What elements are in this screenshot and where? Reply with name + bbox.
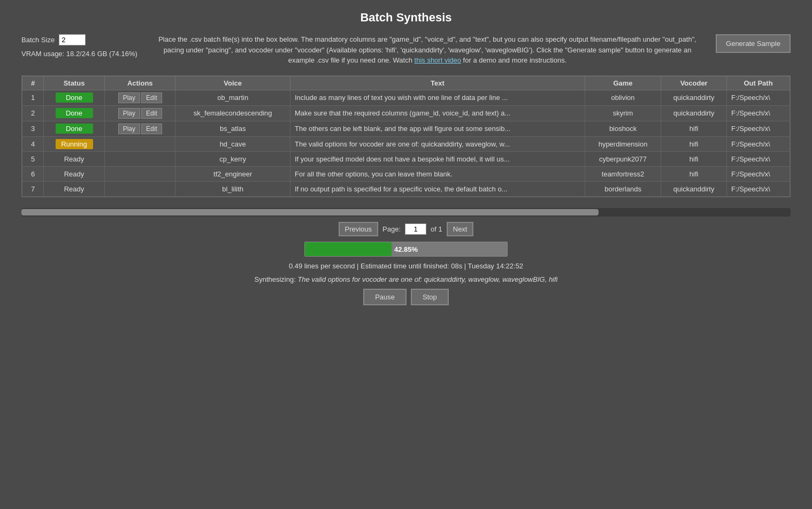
row-voice: bs_atlas: [175, 121, 290, 136]
row-vocoder: quickanddirty: [661, 90, 727, 105]
col-actions: Actions: [105, 76, 175, 90]
row-vocoder: quickanddirty: [661, 105, 727, 121]
stop-button[interactable]: Stop: [411, 289, 449, 305]
synthesizing-text: Synthesizing: The valid options for voco…: [254, 275, 557, 283]
row-game: borderlands: [585, 181, 661, 196]
table-row: 1DonePlayEditob_martinInclude as many li…: [22, 90, 790, 105]
row-game: teamfortress2: [585, 166, 661, 181]
col-num: #: [22, 76, 44, 90]
table-row: 6Readytf2_engineerFor all the other opti…: [22, 166, 790, 181]
row-actions: [105, 166, 175, 181]
row-status: Done: [44, 105, 105, 121]
of-label: of 1: [431, 225, 442, 233]
progress-text: 42.85%: [394, 245, 418, 253]
row-out-path: F:/Speech/x\: [727, 181, 790, 196]
table-row: 2DonePlayEditsk_femalecondescendingMake …: [22, 105, 790, 121]
row-status: Running: [44, 136, 105, 151]
row-actions: PlayEdit: [105, 90, 175, 105]
row-voice: tf2_engineer: [175, 166, 290, 181]
instructions-text: Place the .csv batch file(s) into the bo…: [150, 34, 705, 66]
row-num: 7: [22, 181, 44, 196]
row-num: 5: [22, 151, 44, 166]
next-button[interactable]: Next: [447, 222, 474, 236]
row-num: 4: [22, 136, 44, 151]
page-label: Page:: [382, 225, 401, 233]
table-header-row: # Status Actions Voice Text Game Vocoder…: [22, 76, 790, 90]
instructions-link[interactable]: this short video: [415, 56, 461, 64]
col-vocoder: Vocoder: [661, 76, 727, 90]
row-vocoder: hifi: [661, 136, 727, 151]
col-game: Game: [585, 76, 661, 90]
row-actions: PlayEdit: [105, 121, 175, 136]
row-status: Ready: [44, 151, 105, 166]
table-row: 7Readybl_lilithIf no output path is spec…: [22, 181, 790, 196]
edit-button[interactable]: Edit: [141, 108, 162, 119]
row-actions: [105, 181, 175, 196]
row-out-path: F:/Speech/x\: [727, 105, 790, 121]
row-vocoder: quickanddirty: [661, 181, 727, 196]
batch-table-container: # Status Actions Voice Text Game Vocoder…: [21, 75, 791, 197]
action-buttons-row: Pause Stop: [363, 289, 449, 305]
play-button[interactable]: Play: [118, 108, 140, 119]
row-actions: PlayEdit: [105, 105, 175, 121]
scrollbar-thumb: [21, 209, 599, 215]
row-status: Done: [44, 121, 105, 136]
row-voice: cp_kerry: [175, 151, 290, 166]
table-row: 3DonePlayEditbs_atlasThe others can be l…: [22, 121, 790, 136]
edit-button[interactable]: Edit: [141, 124, 162, 134]
row-out-path: F:/Speech/x\: [727, 151, 790, 166]
row-game: oblivion: [585, 90, 661, 105]
row-status: Ready: [44, 166, 105, 181]
previous-button[interactable]: Previous: [339, 222, 379, 236]
row-voice: sk_femalecondescending: [175, 105, 290, 121]
play-button[interactable]: Play: [118, 124, 140, 134]
row-text: The others can be left blank, and the ap…: [290, 121, 585, 136]
pagination-row: Previous Page: of 1 Next: [339, 222, 474, 236]
row-voice: ob_martin: [175, 90, 290, 105]
col-text: Text: [290, 76, 585, 90]
row-vocoder: hifi: [661, 166, 727, 181]
row-out-path: F:/Speech/x\: [727, 121, 790, 136]
edit-button[interactable]: Edit: [141, 92, 162, 103]
progress-bar-fill: [305, 242, 392, 256]
col-voice: Voice: [175, 76, 290, 90]
table-row: 4Runninghd_caveThe valid options for voc…: [22, 136, 790, 151]
page-title: Batch Synthesis: [21, 11, 791, 25]
row-game: cyberpunk2077: [585, 151, 661, 166]
row-text: Make sure that the required columns (gam…: [290, 105, 585, 121]
stats-text: 0.49 lines per second | Estimated time u…: [289, 262, 523, 270]
row-text: If no output path is specified for a spe…: [290, 181, 585, 196]
col-outpath: Out Path: [727, 76, 790, 90]
row-actions: [105, 151, 175, 166]
row-num: 2: [22, 105, 44, 121]
bottom-area: Previous Page: of 1 Next 42.85% 0.49 lin…: [21, 208, 791, 305]
row-text: For all the other options, you can leave…: [290, 166, 585, 181]
row-num: 3: [22, 121, 44, 136]
col-status: Status: [44, 76, 105, 90]
batch-table: # Status Actions Voice Text Game Vocoder…: [22, 76, 790, 197]
progress-bar-container: 42.85%: [304, 242, 508, 257]
row-game: bioshock: [585, 121, 661, 136]
row-text: The valid options for vocoder are one of…: [290, 136, 585, 151]
vram-usage-label: VRAM usage: 18.2/24.6 GB (74.16%): [21, 50, 139, 58]
row-actions: [105, 136, 175, 151]
row-num: 1: [22, 90, 44, 105]
row-vocoder: hifi: [661, 151, 727, 166]
row-out-path: F:/Speech/x\: [727, 136, 790, 151]
row-voice: bl_lilith: [175, 181, 290, 196]
horizontal-scrollbar[interactable]: [21, 208, 791, 217]
row-status: Ready: [44, 181, 105, 196]
play-button[interactable]: Play: [118, 92, 140, 103]
row-status: Done: [44, 90, 105, 105]
pause-button[interactable]: Pause: [363, 289, 407, 305]
table-row: 5Readycp_kerryIf your specified model do…: [22, 151, 790, 166]
row-text: If your specified model does not have a …: [290, 151, 585, 166]
page-number-input[interactable]: [405, 223, 426, 235]
row-game: skyrim: [585, 105, 661, 121]
row-out-path: F:/Speech/x\: [727, 166, 790, 181]
batch-size-input[interactable]: [59, 34, 86, 45]
row-num: 6: [22, 166, 44, 181]
generate-sample-button[interactable]: Generate Sample: [716, 34, 791, 53]
row-text: Include as many lines of text you wish w…: [290, 90, 585, 105]
batch-size-label: Batch Size: [21, 36, 55, 44]
